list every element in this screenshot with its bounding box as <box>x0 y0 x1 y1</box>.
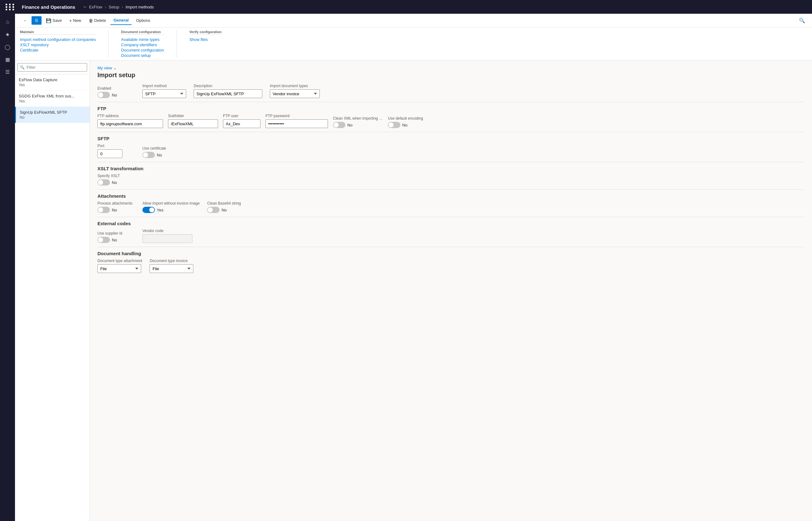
list-item-sub-2: No <box>20 115 86 120</box>
xslt-fields: Specify XSLT No <box>97 174 805 185</box>
ribbon-divider-2 <box>177 30 177 58</box>
list-item-1[interactable]: SGDG ExFlow XML from sus... Yes <box>15 91 90 107</box>
port-label: Port <box>97 144 135 148</box>
ftp-password-label: FTP password <box>265 114 328 118</box>
enabled-value: No <box>112 93 117 97</box>
use-default-toggle-wrap: No <box>388 122 425 128</box>
waffle-menu[interactable] <box>4 2 17 12</box>
allow-import-toggle[interactable] <box>142 207 155 213</box>
save-button[interactable]: 💾 Save <box>43 16 65 25</box>
list-item-title-2: SignUp ExFlowXML SFTP <box>20 110 86 115</box>
ftp-user-label: FTP user <box>223 114 260 118</box>
process-attach-toggle[interactable] <box>97 207 110 213</box>
import-doc-types-select[interactable]: Vendor invoice <box>270 89 320 98</box>
list-panel: 🔍 ExFlow Data Capture Yes SGDG ExFlow XM… <box>15 61 90 521</box>
delete-button[interactable]: 🗑 Delete <box>86 16 109 25</box>
ribbon-link-certificate[interactable]: Certificate <box>20 48 96 52</box>
allow-import-field: Allow import without invoice image Yes <box>142 201 200 213</box>
ribbon-link-show-files[interactable]: Show files <box>189 37 222 42</box>
clean-base64-toggle[interactable] <box>207 207 219 213</box>
use-cert-value: No <box>157 153 162 157</box>
search-button[interactable]: 🔍 <box>797 16 807 25</box>
description-field: Description <box>194 84 262 98</box>
back-button[interactable]: ← <box>20 16 30 25</box>
import-method-select[interactable]: SFTP <box>142 89 186 98</box>
breadcrumb-setup[interactable]: Setup <box>109 5 119 9</box>
toggle-list-button[interactable]: ☰ <box>31 16 42 25</box>
doc-type-invoice-label: Document type invoice <box>149 258 193 263</box>
use-supplier-toggle-wrap: No <box>97 237 135 243</box>
ftp-user-input[interactable] <box>223 119 260 128</box>
sidebar-icon-home[interactable]: ⌂ <box>2 16 13 27</box>
ribbon-link-xslt[interactable]: XSLT repository <box>20 43 96 47</box>
specify-xslt-label: Specify XSLT <box>97 174 135 178</box>
use-default-value: No <box>402 123 408 128</box>
use-cert-toggle[interactable] <box>142 152 155 158</box>
sidebar-icon-favorites[interactable]: ★ <box>2 29 13 40</box>
breadcrumb-active: Import methods <box>125 5 154 9</box>
use-supplier-field: Use supplier id No <box>97 231 135 243</box>
doc-type-attach-select[interactable]: File <box>97 264 141 273</box>
clean-base64-value: No <box>222 208 227 212</box>
ftp-password-input[interactable] <box>265 119 328 128</box>
specify-xslt-toggle[interactable] <box>97 179 110 185</box>
port-input[interactable] <box>97 149 122 158</box>
ribbon-link-import-config[interactable]: Import method configuration of companies <box>20 37 96 42</box>
tab-general[interactable]: General <box>110 16 132 25</box>
ribbon: Maintain Import method configuration of … <box>15 27 812 61</box>
use-default-label: Use default encoding <box>388 116 425 120</box>
clean-base64-label: Clean Base64 string <box>207 201 245 206</box>
clean-xml-field: Clean XML when importing using FTP/... N… <box>333 116 383 128</box>
vendor-code-input[interactable] <box>142 234 192 243</box>
breadcrumb-back[interactable]: ← <box>83 4 88 10</box>
sidebar-icon-recent[interactable]: ◯ <box>2 41 13 52</box>
filter-wrap: 🔍 <box>18 63 87 71</box>
clean-xml-toggle-wrap: No <box>333 122 383 128</box>
subfolder-field: Subfolder <box>168 114 218 128</box>
ribbon-link-doc-setup[interactable]: Document setup <box>121 53 164 58</box>
clean-base64-toggle-wrap: No <box>207 207 245 213</box>
sidebar-icon-workspaces[interactable]: ▦ <box>2 54 13 65</box>
filter-input[interactable] <box>18 63 87 71</box>
allow-import-toggle-wrap: Yes <box>142 207 200 213</box>
attachments-section-header: Attachments <box>97 189 805 201</box>
use-supplier-toggle[interactable] <box>97 237 110 243</box>
description-input[interactable] <box>194 89 262 98</box>
top-fields: Enabled No Import method SFTP Descrip <box>97 84 805 98</box>
process-attach-toggle-wrap: No <box>97 207 135 213</box>
ribbon-link-doc-config[interactable]: Document configuration <box>121 48 164 52</box>
ext-codes-section-header: External codes <box>97 217 805 229</box>
list-filter-area: 🔍 <box>15 61 90 74</box>
clean-xml-toggle[interactable] <box>333 122 345 128</box>
sftp-fields: Port Use certificate No <box>97 144 805 158</box>
doc-type-invoice-select[interactable]: File <box>149 264 193 273</box>
doc-config-label: Document configuration <box>121 30 164 35</box>
description-label: Description <box>194 84 262 88</box>
my-view[interactable]: My view ⌄ <box>97 66 805 70</box>
main-content: ← ☰ 💾 Save + New 🗑 Delete General Option… <box>15 14 812 521</box>
enabled-toggle[interactable] <box>97 92 110 98</box>
app-title: Finance and Operations <box>22 4 75 10</box>
page-title: Import setup <box>97 71 805 79</box>
ribbon-verify: Verify configuration Show files <box>189 30 222 58</box>
ribbon-link-mime-types[interactable]: Available mime types <box>121 37 164 42</box>
list-item-sub-1: Yes <box>19 99 86 104</box>
use-default-toggle[interactable] <box>388 122 400 128</box>
allow-import-label: Allow import without invoice image <box>142 201 200 206</box>
new-button[interactable]: + New <box>66 16 84 25</box>
ftp-address-input[interactable] <box>97 119 163 128</box>
maintain-links: Import method configuration of companies… <box>20 37 96 52</box>
list-item-2[interactable]: SignUp ExFlowXML SFTP No <box>15 107 90 123</box>
doc-type-attach-field: Document type attachment File <box>97 258 142 273</box>
use-cert-label: Use certificate <box>142 146 180 151</box>
process-attach-value: No <box>112 208 117 212</box>
ribbon-link-company-id[interactable]: Company identifiers <box>121 43 164 47</box>
subfolder-input[interactable] <box>168 119 218 128</box>
allow-import-value: Yes <box>157 208 163 212</box>
breadcrumb-exflow[interactable]: ExFlow <box>89 5 102 9</box>
list-item-0[interactable]: ExFlow Data Capture Yes <box>15 74 90 91</box>
ftp-section-header: FTP <box>97 102 805 114</box>
top-bar: Finance and Operations ← ExFlow › Setup … <box>0 0 812 14</box>
sidebar-icon-modules[interactable]: ☰ <box>2 66 13 77</box>
tab-options[interactable]: Options <box>133 16 153 25</box>
